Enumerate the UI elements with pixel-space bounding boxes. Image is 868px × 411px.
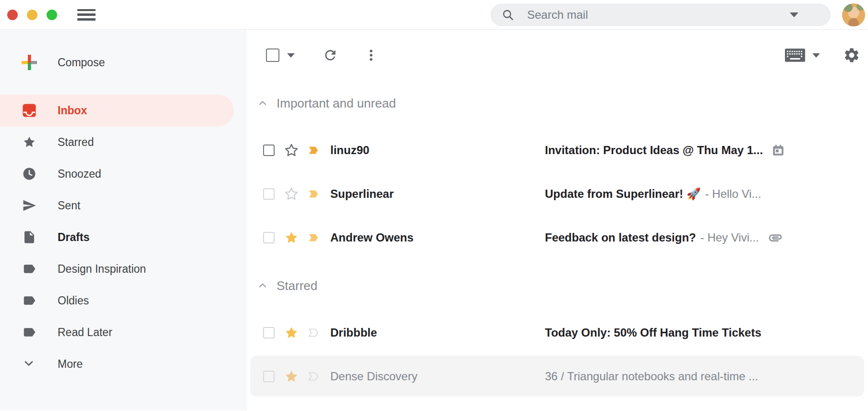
email-subject: Today Only: 50% Off Hang Time Tickets <box>545 326 761 339</box>
sidebar-item-more[interactable]: More <box>0 348 246 380</box>
row-checkbox[interactable] <box>263 327 275 338</box>
sidebar-item-label: Oldies <box>58 294 89 307</box>
sidebar-item-snoozed[interactable]: Snoozed <box>0 158 246 190</box>
search-input[interactable] <box>526 8 790 22</box>
email-subject-text: Update from Superlinear! 🚀 <box>545 187 701 201</box>
select-all-checkbox[interactable] <box>266 48 279 62</box>
refresh-icon[interactable] <box>323 48 338 63</box>
importance-marker-icon[interactable] <box>306 326 321 339</box>
email-row[interactable]: linuz90Invitation: Product Ideas @ Thu M… <box>246 128 868 172</box>
email-sender: Andrew Owens <box>330 231 545 244</box>
section-title: Important and unread <box>277 96 396 111</box>
keyboard-caret-icon[interactable] <box>812 53 820 58</box>
window-close-button[interactable] <box>7 10 18 20</box>
search-options-caret-icon[interactable] <box>790 12 798 17</box>
search-icon <box>501 8 515 22</box>
email-sender: Dense Discovery <box>330 370 545 383</box>
keyboard-icon[interactable] <box>785 48 805 62</box>
sidebar-item-label: Design Inspiration <box>58 263 146 276</box>
sidebar-item-oldies[interactable]: Oldies <box>0 285 246 316</box>
sidebar-item-starred[interactable]: Starred <box>0 126 246 158</box>
email-snippet: - Hey Vivi... <box>700 231 759 244</box>
sidebar-item-sent[interactable]: Sent <box>0 190 246 221</box>
sidebar-item-inbox[interactable]: Inbox <box>0 95 234 126</box>
chevron-down-icon <box>22 357 36 371</box>
email-subject-text: Today Only: 50% Off Hang Time Tickets <box>545 326 761 339</box>
label-icon <box>22 325 36 339</box>
sidebar-item-label: Starred <box>58 136 94 149</box>
section-header-starred: Starred <box>246 272 868 300</box>
star-icon <box>22 135 36 149</box>
email-row[interactable]: DribbbleToday Only: 50% Off Hang Time Ti… <box>246 311 868 354</box>
importance-marker-icon[interactable] <box>306 231 321 244</box>
email-snippet: 36 / Triangular notebooks and real-time … <box>545 370 758 383</box>
star-icon[interactable] <box>284 369 299 384</box>
sidebar-nav: InboxStarredSnoozedSentDraftsDesign Insp… <box>0 95 246 380</box>
row-checkbox[interactable] <box>263 371 275 382</box>
compose-button[interactable]: Compose <box>0 48 246 77</box>
star-icon[interactable] <box>284 230 299 245</box>
email-sender: Superlinear <box>330 187 545 201</box>
sidebar-item-label: Sent <box>58 199 80 212</box>
window-minimize-button[interactable] <box>27 10 37 20</box>
inbox-icon <box>22 103 36 118</box>
mail-toolbar <box>246 38 868 72</box>
sidebar-item-label: Snoozed <box>58 168 101 181</box>
row-checkbox[interactable] <box>263 232 275 243</box>
send-icon <box>22 198 36 213</box>
star-icon[interactable] <box>284 325 299 340</box>
app-body: Compose InboxStarredSnoozedSentDraftsDes… <box>0 30 868 411</box>
row-checkbox[interactable] <box>263 145 275 156</box>
email-row[interactable]: SuperlinearUpdate from Superlinear! 🚀- H… <box>246 172 868 216</box>
sidebar-item-label: Inbox <box>58 104 87 117</box>
file-icon <box>22 230 36 244</box>
clock-icon <box>22 167 36 181</box>
row-checkbox[interactable] <box>263 188 275 200</box>
section-title: Starred <box>277 278 317 293</box>
sidebar-item-drafts[interactable]: Drafts <box>0 221 246 253</box>
toolbar-right <box>785 47 860 64</box>
calendar-icon <box>772 144 785 157</box>
compose-plus-icon <box>19 52 40 73</box>
email-subject-text: Feedback on latest design? <box>545 231 696 244</box>
sidebar-item-label: Drafts <box>58 231 89 244</box>
section-header-important-and-unread: Important and unread <box>246 89 868 117</box>
chevron-up-icon[interactable] <box>257 97 268 109</box>
importance-marker-icon[interactable] <box>306 188 321 200</box>
email-row[interactable]: Dense Discovery36 / Triangular notebooks… <box>250 356 864 397</box>
label-icon <box>22 293 36 308</box>
chevron-up-icon[interactable] <box>257 280 268 291</box>
label-icon <box>22 262 36 276</box>
importance-marker-icon[interactable] <box>306 144 321 157</box>
menu-icon[interactable] <box>77 9 96 21</box>
sidebar: Compose InboxStarredSnoozedSentDraftsDes… <box>0 30 246 411</box>
avatar[interactable] <box>842 3 865 26</box>
compose-label: Compose <box>58 56 105 69</box>
sidebar-item-label: Read Later <box>58 326 112 339</box>
sidebar-item-read-later[interactable]: Read Later <box>0 316 246 348</box>
email-snippet: - Hello Vi... <box>705 187 761 201</box>
topbar <box>0 0 868 30</box>
main-content: Important and unreadlinuz90Invitation: P… <box>246 30 868 411</box>
search-bar[interactable] <box>491 4 831 26</box>
star-icon[interactable] <box>284 186 299 202</box>
section-rows: DribbbleToday Only: 50% Off Hang Time Ti… <box>246 311 868 397</box>
email-row[interactable]: Andrew OwensFeedback on latest design?- … <box>246 216 868 259</box>
mail-list: Important and unreadlinuz90Invitation: P… <box>246 89 868 397</box>
email-subject: Update from Superlinear! 🚀- Hello Vi... <box>545 187 761 201</box>
email-subject-text: Invitation: Product Ideas @ Thu May 1... <box>545 144 763 157</box>
select-caret-icon[interactable] <box>287 53 295 58</box>
window-zoom-button[interactable] <box>47 10 57 20</box>
gear-icon[interactable] <box>843 47 860 64</box>
sidebar-item-design-inspiration[interactable]: Design Inspiration <box>0 253 246 285</box>
section-rows: linuz90Invitation: Product Ideas @ Thu M… <box>246 128 868 259</box>
email-sender: Dribbble <box>330 326 545 339</box>
window-controls <box>7 10 57 20</box>
more-options-icon[interactable] <box>364 48 378 63</box>
email-sender: linuz90 <box>330 144 545 157</box>
star-icon[interactable] <box>284 143 299 158</box>
importance-marker-icon[interactable] <box>306 370 321 383</box>
paperclip-icon <box>768 230 783 245</box>
email-subject: 36 / Triangular notebooks and real-time … <box>545 370 758 383</box>
email-subject: Feedback on latest design?- Hey Vivi... <box>545 231 759 244</box>
